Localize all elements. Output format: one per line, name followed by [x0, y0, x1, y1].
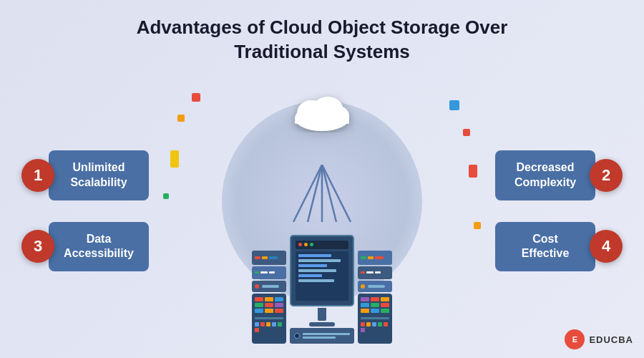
deco-yellow-3 — [474, 222, 481, 229]
logo-icon: E — [565, 329, 585, 349]
educba-logo: E EDUCBA — [565, 329, 633, 349]
badge-4: 4 — [590, 230, 623, 263]
svg-line-8 — [322, 165, 336, 222]
label-1: UnlimitedScalability — [49, 150, 149, 200]
server-center — [290, 235, 354, 344]
badge-1: 1 — [21, 159, 54, 192]
label-2: DecreasedComplexity — [495, 150, 595, 200]
deco-red-2 — [463, 129, 470, 136]
advantage-item-1: 1 UnlimitedScalability — [21, 150, 149, 200]
deco-red-1 — [192, 93, 200, 102]
logo-text: EDUCBA — [589, 334, 633, 345]
page-title: Advantages of Cloud Object Storage Over … — [0, 0, 644, 72]
svg-rect-4 — [295, 117, 349, 124]
advantage-item-4: 4 CostEffective — [495, 222, 623, 272]
label-4: CostEffective — [495, 222, 595, 272]
badge-2: 2 — [590, 159, 623, 192]
main-content: 1 UnlimitedScalability 3 DataAccessibili… — [0, 72, 644, 344]
connection-lines — [279, 165, 365, 225]
label-3: DataAccessibility — [49, 222, 149, 272]
deco-yellow-2 — [170, 150, 179, 168]
advantage-item-2: 2 DecreasedComplexity — [495, 150, 623, 200]
svg-line-6 — [308, 165, 322, 222]
server-right — [358, 251, 392, 344]
left-advantages: 1 UnlimitedScalability 3 DataAccessibili… — [21, 150, 149, 271]
cloud-icon — [286, 86, 358, 135]
svg-line-9 — [322, 165, 351, 222]
server-left — [252, 251, 286, 344]
center-illustration — [149, 79, 495, 344]
deco-green-1 — [163, 193, 169, 199]
deco-yellow-1 — [177, 115, 185, 122]
svg-line-5 — [293, 165, 322, 222]
main-container: Advantages of Cloud Object Storage Over … — [0, 0, 644, 358]
advantage-item-3: 3 DataAccessibility — [21, 222, 149, 272]
deco-red-3 — [469, 165, 477, 178]
right-advantages: 2 DecreasedComplexity 4 CostEffective — [495, 150, 623, 271]
deco-blue-1 — [449, 100, 459, 110]
